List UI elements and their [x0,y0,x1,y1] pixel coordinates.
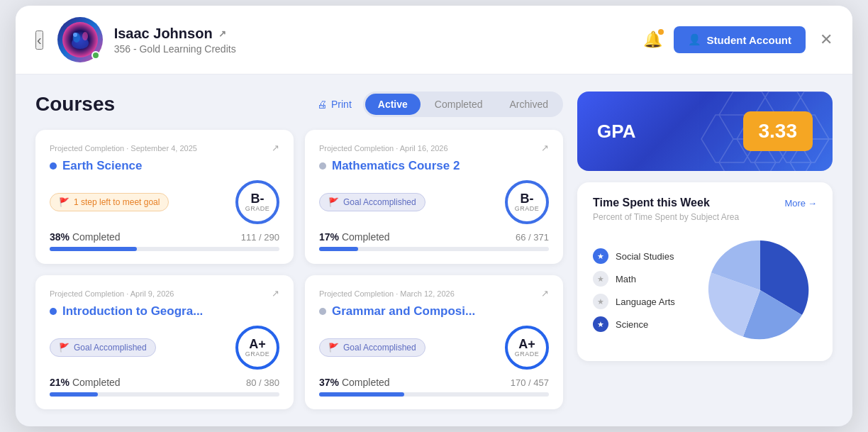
legend-item-language-arts: ★ Language Arts [593,294,703,309]
online-indicator [91,51,100,60]
legend-icon-science[interactable]: ★ [593,316,608,332]
course-projected: Projected Completion · March 12, 2026 ↗ [319,288,549,299]
course-badge-row: 🚩 Goal Accomplished A+ GRADE [50,326,279,370]
more-link[interactable]: More → [784,198,817,209]
tab-archived[interactable]: Archived [497,94,561,115]
badge-goal-accomplished: 🚩 Goal Accomplished [50,338,156,357]
chart-area: ★ Social Studies ★ Math ★ [593,233,817,347]
status-dot [50,308,57,315]
star-icon: ★ [597,275,604,284]
progress-fill [50,392,98,397]
print-button[interactable]: 🖨 Print [317,99,352,110]
bell-button[interactable]: 🔔 [643,31,662,49]
course-projected: Projected Completion · April 9, 2026 ↗ [50,288,279,299]
header-info: Isaac Johnson ↗ 356 - Gold Learning Cred… [114,26,632,55]
flag-icon: 🚩 [59,343,69,353]
gpa-label: GPA [597,121,635,143]
expand-icon[interactable]: ↗ [272,288,279,299]
legend-icon-social-studies[interactable]: ★ [593,248,608,264]
gpa-value: 3.33 [743,111,813,151]
tab-group: Active Completed Archived [363,92,563,117]
student-account-label: Student Account [707,34,791,46]
course-stats: 38% Completed 111 / 290 [50,231,279,243]
legend-icon-math[interactable]: ★ [593,271,608,287]
back-button[interactable]: ‹ [35,31,43,50]
progress-fill [319,247,358,251]
external-link-icon[interactable]: ↗ [218,28,226,39]
legend-item-math: ★ Math [593,271,703,287]
time-card-subtitle: Percent of Time Spent by Subject Area [593,212,817,222]
print-icon: 🖨 [317,99,327,110]
course-title: Introduction to Geogra... [50,304,279,319]
right-panel: GPA 3.33 Time Spent this Week More → Per… [577,92,833,409]
left-panel: Courses 🖨 Print Active Completed Archive… [35,92,563,409]
course-title: Grammar and Composi... [319,304,549,319]
status-dot [50,162,57,170]
course-card-mathematics: Projected Completion · April 16, 2026 ↗ … [305,130,563,264]
course-badge-row: 🚩 1 step left to meet goal B- GRADE [50,180,279,224]
student-account-button[interactable]: 👤 Student Account [674,26,806,53]
user-icon: 👤 [688,33,701,46]
flag-icon: 🚩 [328,197,339,207]
progress-bar [319,392,549,397]
bell-badge [658,29,664,35]
chart-legend: ★ Social Studies ★ Math ★ [593,248,703,332]
progress-bar [50,392,279,397]
course-projected: Projected Completion · April 16, 2026 ↗ [319,143,549,153]
status-dot [319,308,326,315]
course-stats: 21% Completed 80 / 380 [50,377,279,388]
course-stats: 37% Completed 170 / 457 [319,377,549,388]
header: ‹ [16,6,852,74]
flag-icon: 🚩 [328,343,339,353]
progress-fill [319,392,404,397]
time-card-header: Time Spent this Week More → [593,196,817,209]
svg-point-3 [82,32,88,40]
legend-icon-language-arts[interactable]: ★ [593,294,608,309]
user-name-row: Isaac Johnson ↗ [114,26,632,42]
gpa-card: GPA 3.33 [577,92,833,171]
print-label: Print [331,99,352,110]
tab-active[interactable]: Active [365,94,421,115]
grade-circle: A+ GRADE [505,326,549,370]
progress-bar [50,247,279,251]
close-button[interactable]: ✕ [820,31,833,49]
more-label: More [784,198,806,209]
star-icon: ★ [597,297,604,306]
time-spent-card: Time Spent this Week More → Percent of T… [577,182,833,361]
star-icon: ★ [597,320,604,329]
course-badge-row: 🚩 Goal Accomplished A+ GRADE [319,326,549,370]
course-projected: Projected Completion · September 4, 2025… [50,143,279,153]
legend-item-science: ★ Science [593,316,703,332]
app-container: ‹ [16,6,852,426]
user-credits: 356 - Gold Learning Credits [114,43,632,55]
avatar [57,17,103,62]
pie-chart [703,233,817,347]
grade-circle: B- GRADE [505,180,549,224]
arrow-icon: → [808,198,817,209]
badge-goal-accomplished: 🚩 Goal Accomplished [319,193,425,211]
header-actions: 🔔 👤 Student Account ✕ [643,26,833,53]
legend-item-social-studies: ★ Social Studies [593,248,703,264]
course-badge-row: 🚩 Goal Accomplished B- GRADE [319,180,549,224]
course-card-grammar: Projected Completion · March 12, 2026 ↗ … [305,275,563,409]
svg-point-4 [73,33,77,37]
tab-completed[interactable]: Completed [422,94,496,115]
expand-icon[interactable]: ↗ [541,143,549,153]
courses-header: Courses 🖨 Print Active Completed Archive… [35,92,563,117]
grade-circle: A+ GRADE [235,326,279,370]
time-card-title: Time Spent this Week [593,196,710,209]
user-name: Isaac Johnson [114,26,213,42]
courses-grid: Projected Completion · September 4, 2025… [35,130,563,409]
course-card-earth-science: Projected Completion · September 4, 2025… [35,130,294,264]
progress-bar [319,247,549,251]
expand-icon[interactable]: ↗ [272,143,279,153]
badge-goal-accomplished: 🚩 Goal Accomplished [319,338,425,357]
flag-icon: 🚩 [59,197,69,207]
course-title: Mathematics Course 2 [319,159,549,173]
main-content: Courses 🖨 Print Active Completed Archive… [16,74,852,426]
courses-title: Courses [35,93,115,116]
expand-icon[interactable]: ↗ [541,288,549,299]
course-card-geography: Projected Completion · April 9, 2026 ↗ I… [35,275,294,409]
progress-fill [50,247,137,251]
course-title: Earth Science [50,159,279,173]
